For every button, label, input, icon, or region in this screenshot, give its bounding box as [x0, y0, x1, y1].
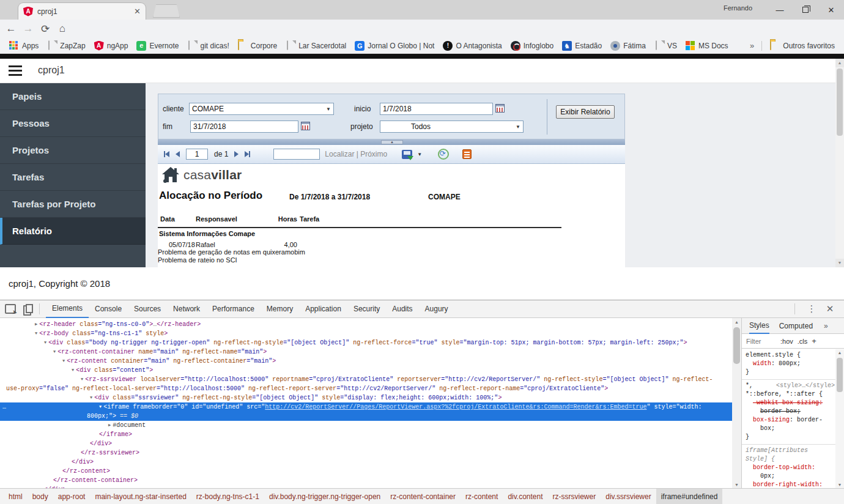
browser-profile-name[interactable]: Fernando: [724, 4, 752, 12]
refresh-icon[interactable]: [438, 149, 449, 160]
dom-tree-line[interactable]: ▼<rz-content container="main" ng-reflect…: [0, 357, 732, 366]
dom-tree-line[interactable]: use-proxy="false" ng-reflect-local-serve…: [0, 384, 732, 393]
dom-tree-line[interactable]: </div>: [0, 439, 732, 448]
inspect-element-icon[interactable]: [5, 304, 16, 314]
devtools-tab-audits[interactable]: Audits: [386, 300, 418, 318]
tab-close-icon[interactable]: ✕: [134, 7, 141, 16]
devtools-tab-elements[interactable]: Elements: [46, 300, 89, 318]
collapse-arrow-icon[interactable]: ▼: [72, 368, 74, 372]
bookmark-evernote[interactable]: eEvernote: [132, 41, 183, 51]
first-page-button[interactable]: [164, 149, 169, 160]
collapse-arrow-icon[interactable]: ▼: [90, 395, 92, 400]
devtools-tab-memory[interactable]: Memory: [261, 300, 299, 318]
page-scrollbar[interactable]: ▲ ▼: [835, 59, 844, 267]
dom-tree-line[interactable]: ▼<div class="content">: [0, 366, 732, 375]
other-favorites[interactable]: Outros favoritos: [766, 41, 839, 51]
inicio-input[interactable]: 1/7/2018: [380, 103, 493, 115]
devtools-tab-security[interactable]: Security: [347, 300, 386, 318]
styles-tabs-overflow-icon[interactable]: »: [824, 322, 828, 330]
bookmark-vs[interactable]: VS: [650, 41, 681, 51]
breadcrumb-iframe-undefined[interactable]: iframe#undefined: [656, 489, 723, 504]
bookmark-infoglobo[interactable]: Infoglobo: [506, 41, 558, 51]
bookmark-apps[interactable]: Apps: [5, 41, 43, 51]
devtools-tab-network[interactable]: Network: [167, 300, 206, 318]
styles-scrollbar[interactable]: ▲ ▼: [835, 349, 844, 489]
bookmark-estad-o[interactable]: ♞Estadão: [558, 41, 606, 51]
breadcrumb-div-content[interactable]: div.content: [503, 489, 547, 504]
bookmark-jornal-o-globo-not[interactable]: GJornal O Globo | Not: [350, 41, 439, 51]
restore-button[interactable]: [793, 0, 818, 20]
scroll-up-icon[interactable]: ▲: [835, 349, 844, 357]
breadcrumb-div-body-ng-trigger-ng-trigger-open[interactable]: div.body.ng-trigger.ng-trigger-open: [264, 489, 385, 504]
fim-input[interactable]: 31/7/2018: [190, 120, 298, 133]
elements-scrollbar[interactable]: ▲ ▼: [732, 318, 741, 489]
hamburger-menu-icon[interactable]: [9, 64, 23, 77]
breadcrumb-rz-content[interactable]: rz-content: [461, 489, 503, 504]
dom-tree-line[interactable]: ▼<rz-body class="ng-tns-c1-1" style>: [0, 329, 732, 338]
device-toolbar-icon[interactable]: [23, 304, 33, 314]
home-button[interactable]: ⌂: [55, 21, 70, 36]
dom-tree-line[interactable]: </rz-ssrsviewer>: [0, 448, 732, 458]
exibir-relatorio-button[interactable]: Exibir Relatório: [556, 105, 615, 119]
breadcrumb-main-layout-ng-star-inserted[interactable]: main-layout.ng-star-inserted: [90, 489, 191, 504]
sidebar-item-papeis[interactable]: Papeis: [0, 83, 146, 110]
data-feed-icon[interactable]: [462, 149, 472, 159]
bookmark-zapzap[interactable]: ZapZap: [43, 41, 89, 51]
find-text-input[interactable]: [273, 149, 320, 160]
sidebar-item-pessoas[interactable]: Pessoas: [0, 110, 146, 137]
collapse-arrow-icon[interactable]: ▼: [35, 331, 37, 336]
dom-tree-line[interactable]: ▼<div class="ssrsviewer" ng-reflect-ng-s…: [0, 393, 732, 402]
breadcrumb-body[interactable]: body: [28, 489, 53, 504]
dom-tree-line[interactable]: …▼<iframe frameborder="0" id="undefined"…: [0, 402, 732, 412]
bookmark-lar-sacerdotal[interactable]: Lar Sacerdotal: [281, 41, 350, 51]
expand-arrow-icon[interactable]: ▶: [108, 423, 111, 428]
breadcrumb-rz-ssrsviewer[interactable]: rz-ssrsviewer: [548, 489, 601, 504]
bookmark-ms-docs[interactable]: MS Docs: [681, 41, 733, 51]
params-splitter[interactable]: ▲: [158, 139, 625, 145]
projeto-select[interactable]: Todos▼: [380, 120, 524, 133]
scroll-down-icon[interactable]: ▼: [835, 259, 844, 267]
dom-tree-line[interactable]: 800px;"> == $0: [0, 412, 732, 421]
collapse-arrow-icon[interactable]: ▼: [53, 349, 56, 354]
dom-tree-line[interactable]: ▼<rz-content-container name="main" ng-re…: [0, 347, 732, 357]
last-page-button[interactable]: [245, 149, 250, 160]
dom-tree-line[interactable]: </div>: [0, 458, 732, 467]
collapse-arrow-icon[interactable]: ▼: [81, 377, 83, 382]
breadcrumb-rz-content-container[interactable]: rz-content-container: [385, 489, 461, 504]
browser-tab[interactable]: A cproj1 ✕: [18, 3, 146, 20]
next-page-button[interactable]: [234, 149, 239, 160]
scroll-thumb[interactable]: [837, 69, 843, 136]
dom-tree-line[interactable]: ▶<rz-header class="ng-tns-c0-0">…</rz-he…: [0, 320, 732, 329]
stylesheet-source-link[interactable]: <style>…</style>: [776, 382, 835, 390]
collapse-arrow-icon[interactable]: ▼: [99, 404, 102, 409]
breadcrumb-rz-body-ng-tns-c1-1[interactable]: rz-body.ng-tns-c1-1: [191, 489, 264, 504]
dom-tree-line[interactable]: ▼<div class="body ng-trigger ng-trigger-…: [0, 338, 732, 347]
collapse-arrow-icon[interactable]: ▼: [44, 340, 46, 345]
dom-tree-line[interactable]: </rz-content-container>: [0, 476, 732, 485]
devtools-tab-application[interactable]: Application: [299, 300, 347, 318]
cls-toggle[interactable]: .cls: [798, 338, 808, 345]
bookmark-corpore[interactable]: Corpore: [234, 41, 281, 51]
scroll-up-icon[interactable]: ▲: [732, 318, 741, 326]
styles-tab-styles[interactable]: Styles: [749, 318, 769, 334]
devtools-tab-sources[interactable]: Sources: [128, 300, 167, 318]
sidebar-item-tarefas-por-projeto[interactable]: Tarefas por Projeto: [0, 191, 146, 218]
bookmark-f-tima[interactable]: Fátima: [606, 41, 650, 51]
export-icon[interactable]: [402, 150, 412, 159]
bookmarks-overflow-icon[interactable]: »: [746, 41, 758, 50]
close-button[interactable]: ✕: [818, 0, 844, 20]
scroll-up-icon[interactable]: ▲: [835, 59, 844, 67]
breadcrumb-app-root[interactable]: app-root: [53, 489, 91, 504]
export-dropdown-icon[interactable]: ▼: [417, 152, 422, 157]
calendar-icon[interactable]: [301, 122, 310, 130]
styles-filter-input[interactable]: [744, 336, 776, 346]
bookmark-o-antagonista[interactable]: !O Antagonista: [439, 41, 506, 51]
splitter-collapse-handle[interactable]: ▲: [381, 140, 403, 144]
dom-tree-line[interactable]: ▶#document: [0, 421, 732, 430]
cliente-select[interactable]: COMAPE▼: [189, 103, 334, 115]
bookmark-ngapp[interactable]: AngApp: [90, 41, 133, 51]
styles-tab-computed[interactable]: Computed: [779, 318, 813, 334]
calendar-icon[interactable]: [495, 104, 505, 113]
sidebar-item-relat-rio[interactable]: Relatório: [0, 218, 146, 245]
breadcrumb-html[interactable]: html: [4, 489, 28, 504]
